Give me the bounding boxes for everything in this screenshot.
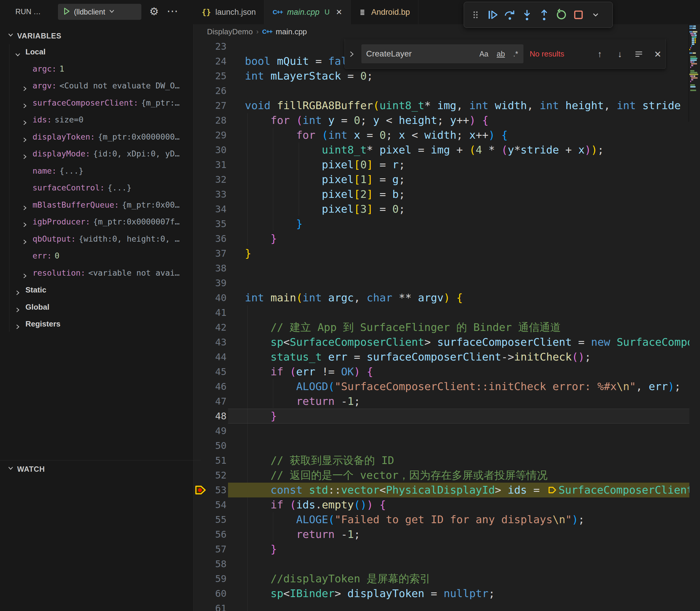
chevron-right-icon[interactable] — [21, 202, 28, 213]
code-line-52[interactable]: 52 // 返回的是一个 vector，因为存在多屏或者投屏等情况 — [193, 468, 700, 483]
line-number[interactable]: 54 — [193, 497, 226, 512]
line-number[interactable]: 42 — [193, 320, 226, 335]
variable-row[interactable]: argv: <Could not evaluate DW_O… — [0, 77, 193, 94]
restart-icon[interactable] — [553, 6, 570, 24]
code-line-37[interactable]: 37} — [193, 246, 700, 261]
step-over-icon[interactable] — [501, 6, 518, 24]
code-line-44[interactable]: 44 status_t err = surfaceComposerClient-… — [193, 349, 700, 364]
code-line-57[interactable]: 57 } — [193, 542, 700, 556]
code-line-26[interactable]: 26 — [193, 84, 700, 98]
minimap[interactable] — [689, 26, 700, 126]
variable-row[interactable]: displayMode: {id:0, xDpi:0, yD… — [0, 145, 193, 162]
code-line-29[interactable]: 29 for (int x = 0; x < width; x++) { — [193, 128, 700, 143]
chevron-right-icon[interactable] — [21, 269, 28, 282]
code-line-39[interactable]: 39 — [193, 275, 700, 290]
code-line-35[interactable]: 35 } — [193, 217, 700, 231]
gear-icon[interactable]: ⚙ — [146, 3, 162, 19]
variable-row[interactable]: qbOutput: {width:0, height:0, … — [0, 230, 193, 248]
code-line-48[interactable]: 48 } — [193, 409, 700, 423]
more-actions-icon[interactable]: ⋯ — [164, 3, 180, 19]
find-next-icon[interactable]: ↓ — [613, 48, 626, 61]
code-line-40[interactable]: 40int main(int argc, char ** argv) { — [193, 290, 700, 305]
line-number[interactable]: 41 — [193, 305, 226, 320]
line-number[interactable]: 59 — [193, 571, 226, 586]
line-number[interactable]: 43 — [193, 335, 226, 349]
code-line-50[interactable]: 50 — [193, 438, 700, 453]
line-number[interactable]: 48 — [193, 409, 226, 423]
start-debug-icon[interactable] — [62, 7, 71, 17]
code-editor[interactable]: 2324bool mQuit = false;25int mLayerStack… — [193, 0, 700, 611]
step-into-icon[interactable] — [518, 6, 536, 24]
find-previous-icon[interactable]: ↑ — [593, 48, 606, 61]
code-line-43[interactable]: 43 sp<SurfaceComposerClient> surfaceComp… — [193, 335, 700, 349]
code-line-61[interactable]: 61 — [193, 601, 700, 611]
code-line-51[interactable]: 51 // 获取到显示设备的 ID — [193, 453, 700, 468]
launch-config-dropdown[interactable]: (lldbclient — [58, 4, 142, 20]
close-icon[interactable]: ✕ — [336, 8, 342, 17]
watch-section-header[interactable]: WATCH — [0, 460, 200, 478]
find-in-selection-icon[interactable] — [632, 48, 645, 61]
variable-row[interactable]: mBlastBufferQueue: {m_ptr:0x00… — [0, 196, 193, 213]
code-line-42[interactable]: 42 // 建立 App 到 SurfaceFlinger 的 Binder 通… — [193, 320, 700, 335]
chevron-right-icon[interactable] — [21, 99, 28, 111]
code-line-28[interactable]: 28 for (int y = 0; y < height; y++) { — [193, 113, 700, 128]
code-line-31[interactable]: 31 pixel[0] = r; — [193, 157, 700, 172]
chevron-right-icon[interactable] — [14, 303, 21, 315]
scope-static[interactable]: Static — [0, 281, 193, 298]
line-number[interactable]: 46 — [193, 379, 226, 394]
code-line-36[interactable]: 36 } — [193, 231, 700, 246]
stop-icon[interactable] — [570, 6, 587, 24]
line-number[interactable]: 58 — [193, 556, 226, 571]
line-number[interactable]: 61 — [193, 601, 226, 611]
line-number[interactable]: 53 — [193, 483, 226, 497]
toggle-replace-icon[interactable] — [345, 39, 358, 69]
variable-row[interactable]: argc: 1 — [0, 60, 193, 77]
regex-icon[interactable]: .* — [512, 49, 519, 59]
breadcrumb[interactable]: DisplayDemo › C++ main.cpp — [207, 24, 307, 39]
chevron-right-icon[interactable] — [21, 133, 28, 146]
step-out-icon[interactable] — [536, 6, 553, 24]
code-line-47[interactable]: 47 return -1; — [193, 394, 700, 409]
whole-word-icon[interactable]: ab — [496, 49, 506, 59]
breadcrumb-file[interactable]: main.cpp — [275, 27, 307, 36]
code-line-46[interactable]: 46 ALOGD("SurfaceComposerClient::initChe… — [193, 379, 700, 394]
match-case-icon[interactable]: Aa — [478, 49, 490, 59]
chevron-right-icon[interactable] — [21, 235, 28, 248]
variable-row[interactable]: displayToken: {m_ptr:0x0000000… — [0, 128, 193, 146]
code-line-45[interactable]: 45 if (err != OK) { — [193, 364, 700, 379]
code-line-59[interactable]: 59 //displayToken 是屏幕的索引 — [193, 571, 700, 586]
chevron-right-icon[interactable] — [21, 150, 28, 162]
line-number[interactable]: 33 — [193, 187, 226, 202]
line-number[interactable]: 29 — [193, 128, 226, 143]
code-line-33[interactable]: 33 pixel[2] = b; — [193, 187, 700, 202]
chevron-right-icon[interactable] — [21, 116, 28, 128]
chevron-right-icon[interactable] — [21, 218, 28, 230]
code-line-60[interactable]: 60 sp<IBinder> displayToken = nullptr; — [193, 586, 700, 601]
code-line-32[interactable]: 32 pixel[1] = g; — [193, 172, 700, 187]
line-number[interactable]: 38 — [193, 261, 226, 275]
code-line-54[interactable]: 54 if (ids.empty()) { — [193, 497, 700, 512]
code-line-58[interactable]: 58 — [193, 556, 700, 571]
line-number[interactable]: 55 — [193, 512, 226, 527]
dropdown-icon[interactable] — [587, 6, 604, 24]
line-number[interactable]: 32 — [193, 172, 226, 187]
line-number[interactable]: 27 — [193, 98, 226, 113]
line-number[interactable]: 56 — [193, 527, 226, 542]
scope-local[interactable]: Local — [0, 43, 193, 60]
line-number[interactable]: 50 — [193, 438, 226, 453]
code-line-30[interactable]: 30 uint8_t* pixel = img + (4 * (y*stride… — [193, 143, 700, 157]
breadcrumb-folder[interactable]: DisplayDemo — [207, 27, 253, 36]
chevron-down-icon[interactable] — [14, 48, 21, 60]
variable-row[interactable]: surfaceComposerClient: {m_ptr:… — [0, 94, 193, 111]
tab-launch-json[interactable]: {}launch.json — [193, 0, 264, 24]
line-number[interactable]: 39 — [193, 275, 226, 290]
code-line-56[interactable]: 56 return -1; — [193, 527, 700, 542]
variable-row[interactable]: resolution: <variable not avai… — [0, 264, 193, 282]
chevron-right-icon[interactable] — [14, 320, 21, 332]
code-line-41[interactable]: 41 — [193, 305, 700, 320]
line-number[interactable]: 45 — [193, 364, 226, 379]
line-number[interactable]: 49 — [193, 423, 226, 438]
line-number[interactable]: 36 — [193, 231, 226, 246]
line-number[interactable]: 26 — [193, 84, 226, 98]
variables-section-header[interactable]: VARIABLES — [0, 28, 200, 43]
